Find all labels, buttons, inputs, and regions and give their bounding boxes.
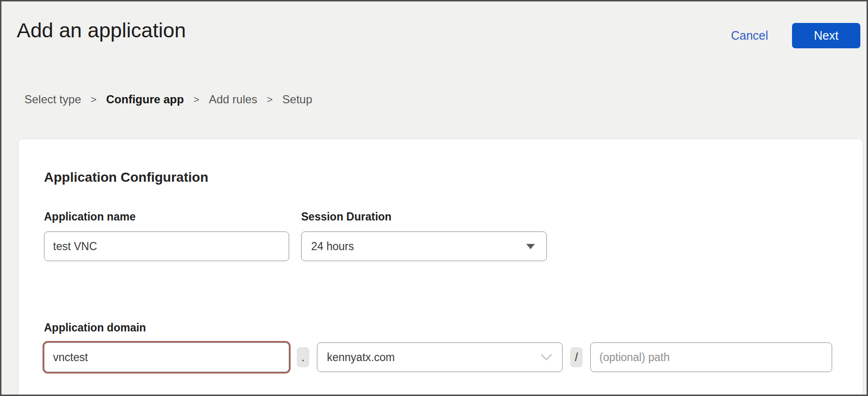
application-name-field: Application name (44, 210, 289, 261)
next-button[interactable]: Next (792, 23, 860, 48)
session-duration-field: Session Duration 24 hours (301, 210, 547, 261)
section-title: Application Configuration (44, 170, 837, 185)
session-duration-label: Session Duration (301, 210, 547, 223)
application-domain-row: . kennyatx.com / (44, 342, 837, 372)
application-name-label: Application name (44, 210, 289, 223)
cancel-button[interactable]: Cancel (731, 29, 768, 43)
breadcrumb-separator: > (194, 94, 199, 105)
session-duration-value: 24 hours (311, 240, 354, 253)
dot-separator: . (297, 347, 309, 367)
step-configure-app[interactable]: Configure app (106, 93, 184, 106)
breadcrumb-separator: > (267, 94, 272, 105)
breadcrumb-separator: > (91, 94, 97, 105)
slash-separator: / (570, 347, 583, 367)
domain-select-value: kennyatx.com (327, 351, 395, 364)
application-domain-label: Application domain (44, 321, 837, 334)
header-actions: Cancel Next (731, 23, 860, 48)
path-input[interactable] (590, 342, 832, 372)
chevron-down-icon (540, 353, 553, 361)
subdomain-input[interactable] (44, 342, 289, 372)
step-add-rules[interactable]: Add rules (209, 93, 257, 106)
breadcrumb: Select type > Configure app > Add rules … (24, 93, 312, 106)
name-duration-row: Application name Session Duration 24 hou… (44, 210, 837, 261)
application-name-input[interactable] (44, 231, 289, 261)
step-select-type[interactable]: Select type (24, 93, 81, 106)
configuration-card: Application Configuration Application na… (18, 139, 863, 396)
add-application-page: Add an application Cancel Next Select ty… (0, 0, 868, 396)
dropdown-arrow-icon (526, 244, 535, 249)
domain-select[interactable]: kennyatx.com (317, 342, 563, 372)
page-title: Add an application (17, 19, 186, 42)
session-duration-select[interactable]: 24 hours (301, 231, 547, 261)
application-domain-section: Application domain . kennyatx.com / (44, 321, 837, 372)
step-setup[interactable]: Setup (282, 93, 313, 106)
